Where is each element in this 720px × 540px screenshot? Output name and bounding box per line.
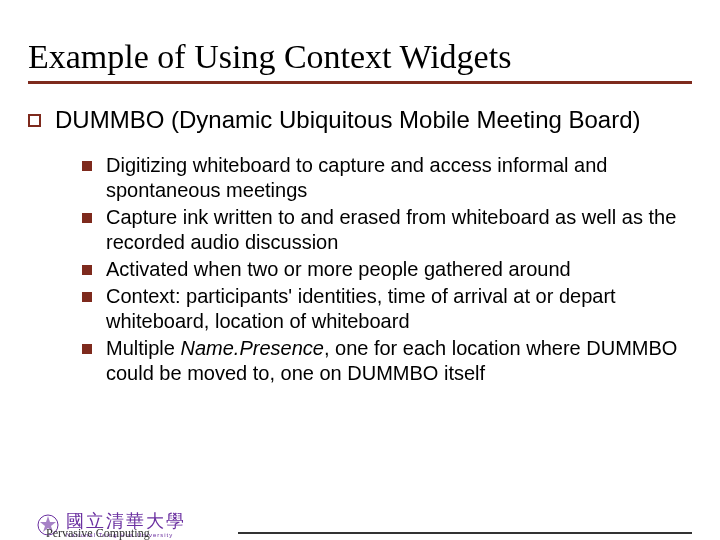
filled-square-icon <box>82 292 92 302</box>
sub-bullet-list: Digitizing whiteboard to capture and acc… <box>28 153 692 386</box>
list-item-text: Capture ink written to and erased from w… <box>106 205 692 255</box>
filled-square-icon <box>82 213 92 223</box>
slide: Example of Using Context Widgets DUMMBO … <box>0 0 720 540</box>
list-item: Context: participants' identities, time … <box>82 284 692 334</box>
list-item-text: Digitizing whiteboard to capture and acc… <box>106 153 692 203</box>
filled-square-icon <box>82 161 92 171</box>
hollow-square-icon <box>28 114 41 127</box>
main-point: DUMMBO (Dynamic Ubiquitous Mobile Meetin… <box>28 106 692 135</box>
course-label: Pervasive Computing <box>46 526 150 540</box>
footer-divider <box>238 532 692 534</box>
list-item: Multiple Name.Presence, one for each loc… <box>82 336 692 386</box>
list-item: Digitizing whiteboard to capture and acc… <box>82 153 692 203</box>
list-item-text-em: Name.Presence <box>180 337 323 359</box>
filled-square-icon <box>82 344 92 354</box>
main-point-text: DUMMBO (Dynamic Ubiquitous Mobile Meetin… <box>55 106 641 135</box>
slide-title: Example of Using Context Widgets <box>28 38 692 84</box>
list-item-text: Multiple Name.Presence, one for each loc… <box>106 336 692 386</box>
list-item-text: Context: participants' identities, time … <box>106 284 692 334</box>
filled-square-icon <box>82 265 92 275</box>
list-item-text: Activated when two or more people gather… <box>106 257 692 282</box>
list-item: Activated when two or more people gather… <box>82 257 692 282</box>
list-item: Capture ink written to and erased from w… <box>82 205 692 255</box>
list-item-text-pre: Multiple <box>106 337 180 359</box>
